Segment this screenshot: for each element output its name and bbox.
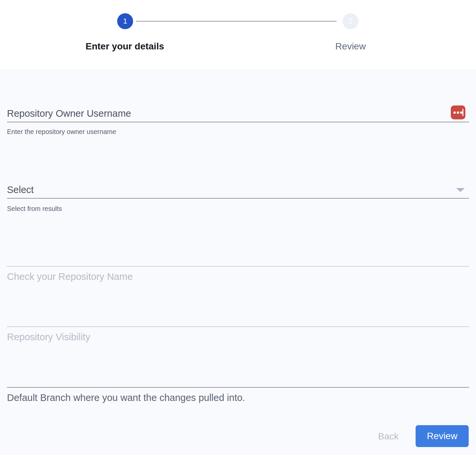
repository-name-underline xyxy=(7,266,469,267)
repository-visibility-underline xyxy=(7,326,469,327)
default-branch-helper: Default Branch where you want the change… xyxy=(7,392,245,403)
step-2-indicator: 2 xyxy=(343,13,358,29)
repository-select-helper: Select from results xyxy=(7,205,62,213)
step-2-label: Review xyxy=(281,42,420,51)
footer-strip xyxy=(0,455,476,457)
password-manager-dots xyxy=(453,111,456,114)
repository-select-underline xyxy=(7,198,469,199)
step-1-number: 1 xyxy=(123,18,127,25)
password-manager-cursor xyxy=(462,109,463,116)
review-button[interactable]: Review xyxy=(416,425,469,447)
back-button[interactable]: Back xyxy=(362,431,415,442)
default-branch-underline xyxy=(7,387,469,388)
repository-select[interactable]: Select xyxy=(7,184,34,195)
step-1-indicator: 1 xyxy=(117,13,133,29)
repository-visibility-placeholder: Repository Visibility xyxy=(7,332,90,343)
chevron-down-icon[interactable] xyxy=(456,188,465,192)
stepper-connector-line xyxy=(136,21,337,22)
wizard-screen: 1 2 Enter your details Review Repository… xyxy=(0,0,476,457)
password-manager-icon[interactable] xyxy=(451,105,465,119)
repository-name-placeholder: Check your Repository Name xyxy=(7,271,133,282)
step-1-label: Enter your details xyxy=(55,42,195,51)
repository-owner-helper: Enter the repository owner username xyxy=(7,128,116,136)
repository-owner-input[interactable]: Repository Owner Username xyxy=(7,108,131,119)
repository-owner-underline xyxy=(7,122,469,122)
step-2-number: 2 xyxy=(349,18,353,25)
